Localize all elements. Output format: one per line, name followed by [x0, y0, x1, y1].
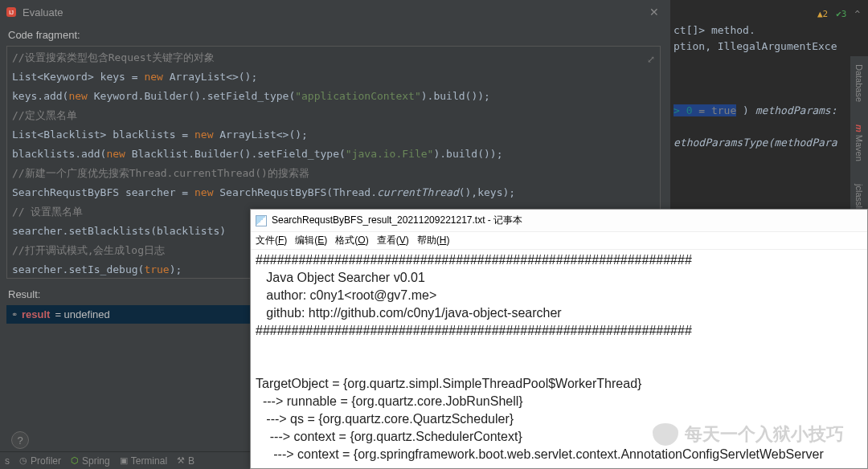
close-icon[interactable]: ✕	[648, 6, 661, 18]
spring-tab[interactable]: ⬡Spring	[71, 455, 110, 467]
right-toolwindow-tabs: Database m Maven jclasslib	[850, 56, 868, 218]
menu-view[interactable]: 查看(V)	[377, 234, 409, 247]
notepad-titlebar[interactable]: SearchRequstByBFS_result_20211209221217.…	[251, 210, 867, 232]
menu-file[interactable]: 文件(F)	[256, 234, 287, 247]
bottom-tab-1[interactable]: s	[5, 455, 10, 467]
inspection-status: ▲2 ✔3 ^	[670, 6, 868, 22]
profiler-icon: ◷	[19, 455, 27, 466]
database-tab[interactable]: Database	[853, 61, 866, 105]
warn-icon: ▲2	[817, 6, 828, 22]
dialog-titlebar[interactable]: IJ Evaluate ✕	[0, 0, 667, 24]
profiler-tab[interactable]: ◷Profiler	[19, 455, 61, 467]
notepad-window[interactable]: SearchRequstByBFS_result_20211209221217.…	[250, 209, 868, 469]
bottom-tab-5[interactable]: ⚒B	[177, 455, 194, 467]
link-icon: ⚭	[11, 310, 17, 319]
notepad-menubar: 文件(F) 编辑(E) 格式(O) 查看(V) 帮助(H)	[251, 232, 867, 250]
dialog-title: Evaluate	[23, 6, 63, 18]
result-variable: result	[22, 308, 50, 320]
notepad-content[interactable]: ########################################…	[251, 250, 867, 465]
result-value: = undefined	[55, 308, 109, 320]
maven-tab[interactable]: m Maven	[853, 121, 866, 165]
notepad-icon	[256, 215, 267, 226]
code-fragment-label: Code fragment:	[0, 24, 667, 46]
menu-help[interactable]: 帮助(H)	[417, 234, 450, 247]
intellij-icon: IJ	[6, 7, 16, 17]
notepad-title-text: SearchRequstByBFS_result_20211209221217.…	[272, 214, 522, 227]
spring-icon: ⬡	[71, 455, 79, 466]
maven-icon: m	[854, 124, 864, 133]
menu-edit[interactable]: 编辑(E)	[295, 234, 327, 247]
terminal-icon: ▣	[120, 455, 128, 466]
build-icon: ⚒	[177, 455, 185, 466]
menu-format[interactable]: 格式(O)	[335, 234, 368, 247]
help-button[interactable]: ?	[11, 431, 29, 449]
expand-icon[interactable]: ⤢	[647, 50, 655, 69]
terminal-tab[interactable]: ▣Terminal	[120, 455, 167, 467]
ok-icon: ✔3	[836, 6, 846, 22]
chevron-icon: ^	[854, 6, 860, 22]
